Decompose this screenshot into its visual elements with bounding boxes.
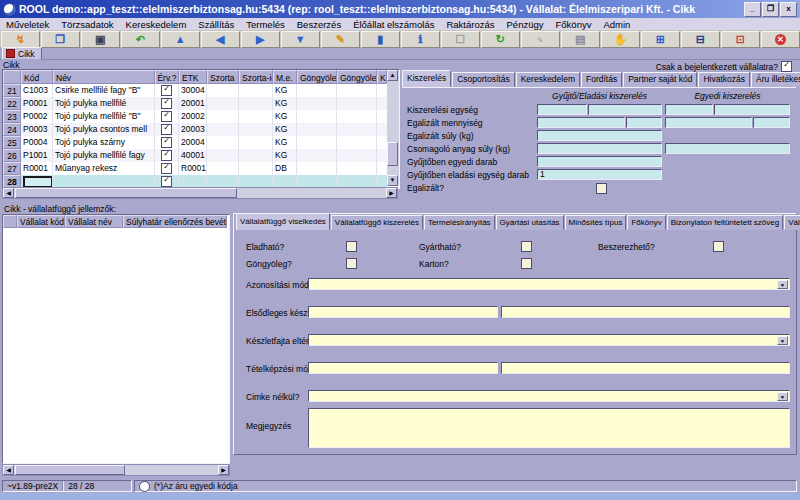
menu-torzsadatok[interactable]: Törzsadatok bbox=[55, 19, 119, 30]
tetelkepzesi-mod-name-field[interactable] bbox=[501, 362, 790, 374]
beszerezheto-checkbox[interactable] bbox=[713, 241, 724, 252]
cell-me[interactable]: KG bbox=[273, 149, 297, 162]
tab-gyartasi-utasitas[interactable]: Gyártási utasítás bbox=[496, 215, 564, 230]
tab-vallalat-cikk[interactable]: Vállalat cikk m bbox=[784, 215, 800, 230]
cell-me[interactable]: KG bbox=[273, 123, 297, 136]
report-window-button[interactable]: ⊡ bbox=[721, 31, 760, 48]
filter-checkbox[interactable] bbox=[781, 61, 792, 72]
cell-szorta-ig[interactable] bbox=[239, 84, 273, 97]
table-row[interactable]: 23P0002Tojó pulyka mellfilé "B"20002KG bbox=[3, 110, 399, 123]
elsodleges-keszletfajta-name-field[interactable] bbox=[501, 306, 790, 318]
cell-etk[interactable]: R0001 bbox=[179, 162, 207, 175]
azonositasi-mod-select[interactable]: ▼ bbox=[308, 278, 790, 290]
cell-kod[interactable]: P0004 bbox=[21, 136, 53, 149]
scroll-right-icon[interactable]: ▶ bbox=[218, 465, 229, 475]
egalizalt-mennyiseg-collective-field[interactable] bbox=[537, 117, 625, 128]
export-table-button[interactable]: ⊞ bbox=[641, 31, 680, 48]
cell-nev[interactable]: Csirke mellfilé fagy "B" bbox=[53, 84, 155, 97]
eladhato-checkbox[interactable] bbox=[346, 241, 357, 252]
cell-erv[interactable] bbox=[155, 149, 179, 162]
cell-szorta-ig[interactable] bbox=[239, 136, 273, 149]
cell-gongyoleg-kod[interactable] bbox=[297, 110, 337, 123]
valid-checkbox[interactable] bbox=[161, 111, 172, 122]
grid-horizontal-scrollbar[interactable]: ◀ ▶ bbox=[2, 187, 398, 199]
cell-etk[interactable]: 40001 bbox=[179, 149, 207, 162]
valid-checkbox[interactable] bbox=[161, 176, 172, 187]
open-button[interactable]: ❐ bbox=[41, 31, 80, 48]
tab-forditas[interactable]: Fordítás bbox=[581, 72, 622, 87]
info-button[interactable]: ℹ bbox=[401, 31, 440, 48]
cell-szorta-ig[interactable] bbox=[239, 123, 273, 136]
cell-me[interactable]: KG bbox=[273, 97, 297, 110]
cell-kod[interactable]: C1003 bbox=[21, 84, 53, 97]
tab-fokonyv[interactable]: Főkönyv bbox=[627, 215, 665, 230]
menu-muveletek[interactable]: Műveletek bbox=[0, 19, 55, 30]
cell-gongyoleg-nev[interactable] bbox=[337, 110, 377, 123]
gyujtoben-eladasi-egyseg-darab-field[interactable]: 1 bbox=[537, 169, 662, 180]
kiszerelesi-egyseg-single-code-field[interactable] bbox=[665, 104, 713, 115]
last-record-button[interactable]: ▼ bbox=[281, 31, 320, 48]
cell-me[interactable]: KG bbox=[273, 84, 297, 97]
cell-etk[interactable]: 20002 bbox=[179, 110, 207, 123]
cell-gongyoleg-nev[interactable] bbox=[337, 97, 377, 110]
egalizalt-checkbox[interactable] bbox=[596, 183, 607, 194]
csomagolo-anyag-suly-collective-field[interactable] bbox=[537, 143, 662, 154]
keszletfajta-elterhet-select[interactable]: ▼ bbox=[308, 334, 790, 346]
table-row[interactable]: 22P0001Tojó pulyka mellfilé20001KG bbox=[3, 97, 399, 110]
scroll-left-icon[interactable]: ◀ bbox=[3, 188, 14, 198]
edit-button[interactable]: ✎ bbox=[321, 31, 360, 48]
cell-kar[interactable] bbox=[377, 84, 387, 97]
cell-nev[interactable]: Tojó pulyka mellfilé fagy bbox=[53, 149, 155, 162]
cell-nev[interactable]: Tojó pulyka csontos mell bbox=[53, 123, 155, 136]
tab-minosites-tipus[interactable]: Minősítés típus bbox=[565, 215, 627, 230]
tab-hivatkozas[interactable]: Hivatkozás bbox=[698, 72, 750, 87]
company-header-sulyhatar[interactable]: Súlyhatár ellenőrzés bevételnél bbox=[123, 215, 227, 228]
scroll-left-icon[interactable]: ◀ bbox=[3, 465, 14, 475]
company-header-nev[interactable]: Vállalat név bbox=[65, 215, 123, 228]
cell-etk[interactable]: 30004 bbox=[179, 84, 207, 97]
cell-etk[interactable]: 20001 bbox=[179, 97, 207, 110]
cell-erv[interactable] bbox=[155, 123, 179, 136]
grid-header-kod[interactable]: Kód bbox=[21, 70, 53, 84]
cell-gongyoleg-nev[interactable] bbox=[337, 84, 377, 97]
egalizalt-suly-field[interactable] bbox=[537, 130, 662, 141]
table-row[interactable]: 26P1001Tojó pulyka mellfilé fagy40001KG bbox=[3, 149, 399, 162]
minimize-button[interactable]: _ bbox=[744, 2, 761, 17]
scroll-down-icon[interactable]: ▼ bbox=[387, 175, 398, 186]
close-window-button[interactable]: x bbox=[780, 2, 797, 17]
cell-kod[interactable]: P0002 bbox=[21, 110, 53, 123]
cell-gongyoleg-kod[interactable] bbox=[297, 136, 337, 149]
cimke-nelkul-select[interactable]: ▼ bbox=[308, 390, 790, 402]
cell-me[interactable]: KG bbox=[273, 110, 297, 123]
cell-kod[interactable]: P1001 bbox=[21, 149, 53, 162]
cell-nev[interactable]: Tojó pulyka mellfilé "B" bbox=[53, 110, 155, 123]
cell-etk[interactable]: 20004 bbox=[179, 136, 207, 149]
first-record-button[interactable]: ▲ bbox=[161, 31, 200, 48]
cell-szorta[interactable] bbox=[207, 136, 239, 149]
menu-admin[interactable]: Admin bbox=[597, 19, 636, 30]
cell-erv[interactable] bbox=[155, 84, 179, 97]
grid-header-kar[interactable]: Kar bbox=[377, 70, 387, 84]
menu-kereskedelem[interactable]: Kereskedelem bbox=[120, 19, 193, 30]
valid-checkbox[interactable] bbox=[161, 85, 172, 96]
cell-kar[interactable] bbox=[377, 136, 387, 149]
valid-checkbox[interactable] bbox=[161, 98, 172, 109]
cell-szorta-ig[interactable] bbox=[239, 110, 273, 123]
valid-checkbox[interactable] bbox=[161, 163, 172, 174]
tab-termelesiranyitas[interactable]: Termelésirányítás bbox=[424, 215, 495, 230]
gyarthato-checkbox[interactable] bbox=[521, 241, 532, 252]
cell-szorta[interactable] bbox=[207, 162, 239, 175]
cell-kar[interactable] bbox=[377, 123, 387, 136]
egalizalt-mennyiseg-collective-unit-field[interactable] bbox=[626, 117, 662, 128]
dropdown-arrow-icon[interactable]: ▼ bbox=[777, 392, 788, 401]
cell-nev[interactable]: Tojó pulyka mellfilé bbox=[53, 97, 155, 110]
kiszerelesi-egyseg-collective-code-field[interactable] bbox=[537, 104, 587, 115]
kiszerelesi-egyseg-collective-name-field[interactable] bbox=[588, 104, 662, 115]
tab-cikk[interactable]: Cikk bbox=[2, 47, 42, 60]
menu-beszerzes[interactable]: Beszerzés bbox=[291, 19, 347, 30]
tetelkepzesi-mod-code-field[interactable] bbox=[308, 362, 498, 374]
next-record-button[interactable]: ▶ bbox=[241, 31, 280, 48]
cell-gongyoleg-nev[interactable] bbox=[337, 149, 377, 162]
kiszerelesi-egyseg-single-name-field[interactable] bbox=[714, 104, 790, 115]
tab-vallalatfuggo-viselkedes[interactable]: Vállalatfüggő viselkedés bbox=[236, 213, 330, 230]
